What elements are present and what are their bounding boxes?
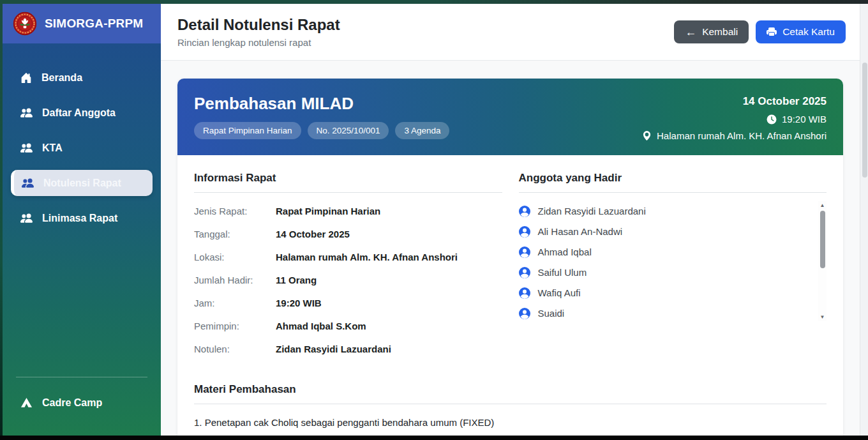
back-button[interactable]: ← Kembali [674,20,749,43]
scrollbar-thumb[interactable] [820,211,825,268]
person-circle-icon [519,267,530,278]
page-header: Detail Notulensi Rapat Rincian lengkap n… [161,4,860,61]
badge-meeting-type: Rapat Pimpinan Harian [194,122,301,139]
sidebar-nav: Beranda Daftar Anggota KTA Notulensi Rap… [3,43,161,240]
attendee-list: Zidan Rasyidi Lazuardani Ali Hasan An-Na… [519,206,827,319]
info-heading: Informasi Rapat [194,172,502,193]
info-row: Pemimpin: Ahmad Iqbal S.Kom [194,321,502,332]
person-circle-icon [519,247,530,258]
screenshot-frame: SIMORGA-PRPM Beranda Daftar Anggota KTA [0,0,868,440]
users-icon [20,212,33,224]
brand-header: SIMORGA-PRPM [3,4,161,43]
scroll-up-icon[interactable]: ▲ [818,201,827,209]
sidebar-footer: Cadre Camp [3,377,161,436]
meeting-title: Pembahasan MILAD [194,94,449,114]
sidebar-item-kta[interactable]: KTA [11,135,153,161]
meeting-time: 19:20 WIB [782,114,827,125]
home-icon [20,72,32,84]
person-circle-icon [519,206,530,217]
sidebar-item-beranda[interactable]: Beranda [11,65,153,91]
attendees-heading: Anggota yang Hadir [519,172,827,193]
clock-icon [767,114,777,125]
materi-item: 1. Penetapan cak Choliq sebagai penggant… [194,417,827,429]
materi-heading: Materi Pembahasan [194,383,827,404]
sidebar: SIMORGA-PRPM Beranda Daftar Anggota KTA [3,4,161,436]
attendee-item: Zidan Rasyidi Lazuardani [519,206,811,217]
attendee-item: Ali Hasan An-Nadwi [519,226,811,238]
sidebar-item-notulensi-rapat[interactable]: Notulensi Rapat [11,170,153,196]
sidebar-item-label: KTA [42,142,63,154]
attendee-item: Wafiq Aufi [519,287,811,299]
page-subtitle: Rincian lengkap notulensi rapat [177,37,340,48]
tent-icon [20,397,33,409]
meeting-detail-card: Pembahasan MILAD Rapat Pimpinan Harian N… [177,79,843,436]
meeting-location: Halaman rumah Alm. KH. Afnan Anshori [657,130,827,141]
scroll-down-icon[interactable]: ▼ [818,313,827,321]
sidebar-item-daftar-anggota[interactable]: Daftar Anggota [11,100,153,126]
app-window: SIMORGA-PRPM Beranda Daftar Anggota KTA [0,4,868,436]
location-pin-icon [642,131,652,140]
arrow-left-icon: ← [685,26,696,38]
sidebar-item-label: Notulensi Rapat [43,178,121,189]
page-title: Detail Notulensi Rapat [177,16,340,34]
materi-section: Materi Pembahasan 1. Penetapan cak Choli… [194,383,827,436]
info-row: Lokasi: Halaman rumah Alm. KH. Afnan Ans… [194,252,502,263]
person-circle-icon [519,226,530,238]
info-row: Tanggal: 14 October 2025 [194,229,502,240]
sidebar-divider [16,377,147,377]
sidebar-item-label: Cadre Camp [42,397,102,409]
page-scrollbar[interactable] [860,4,868,436]
attendee-scrollbar[interactable]: ▲ ▼ [818,201,827,321]
sidebar-item-linimasa-rapat[interactable]: Linimasa Rapat [11,205,153,231]
info-row: Jenis Rapat: Rapat Pimpinan Harian [194,206,502,217]
meeting-card-header: Pembahasan MILAD Rapat Pimpinan Harian N… [177,79,843,155]
info-row: Notulen: Zidan Rasyidi Lazuardani [194,344,502,355]
info-row: Jam: 19:20 WIB [194,298,502,309]
sidebar-item-cadre-camp[interactable]: Cadre Camp [11,397,153,409]
page-content: Pembahasan MILAD Rapat Pimpinan Harian N… [161,61,860,436]
window-bottom-edge [0,436,868,440]
person-circle-icon [519,308,530,319]
meeting-date: 14 October 2025 [642,95,827,108]
info-row: Jumlah Hadir: 11 Orang [194,275,502,286]
sidebar-item-label: Linimasa Rapat [42,213,117,224]
users-icon [22,177,34,189]
users-icon [20,107,33,119]
attendees-section: Anggota yang Hadir Zidan Rasyidi Lazuard… [519,172,827,367]
attendee-item: Suaidi [519,308,811,319]
main-area: Detail Notulensi Rapat Rincian lengkap n… [161,4,868,436]
brand-title: SIMORGA-PRPM [45,17,143,31]
badge-meeting-number: No. 2025/10/001 [308,122,389,139]
person-circle-icon [519,287,530,299]
meeting-card-body: Informasi Rapat Jenis Rapat: Rapat Pimpi… [177,155,843,436]
print-card-button[interactable]: Cetak Kartu [756,20,846,43]
users-icon [20,142,33,154]
attendee-item: Saiful Ulum [519,267,811,278]
attendee-item: Ahmad Iqbal [519,247,811,258]
page-scrollbar-thumb[interactable] [862,63,867,178]
badge-agenda-count: 3 Agenda [395,122,449,139]
sidebar-item-label: Beranda [41,72,82,84]
info-section: Informasi Rapat Jenis Rapat: Rapat Pimpi… [194,172,502,367]
printer-icon [767,27,777,37]
org-logo [13,11,37,36]
sidebar-item-label: Daftar Anggota [42,107,116,119]
